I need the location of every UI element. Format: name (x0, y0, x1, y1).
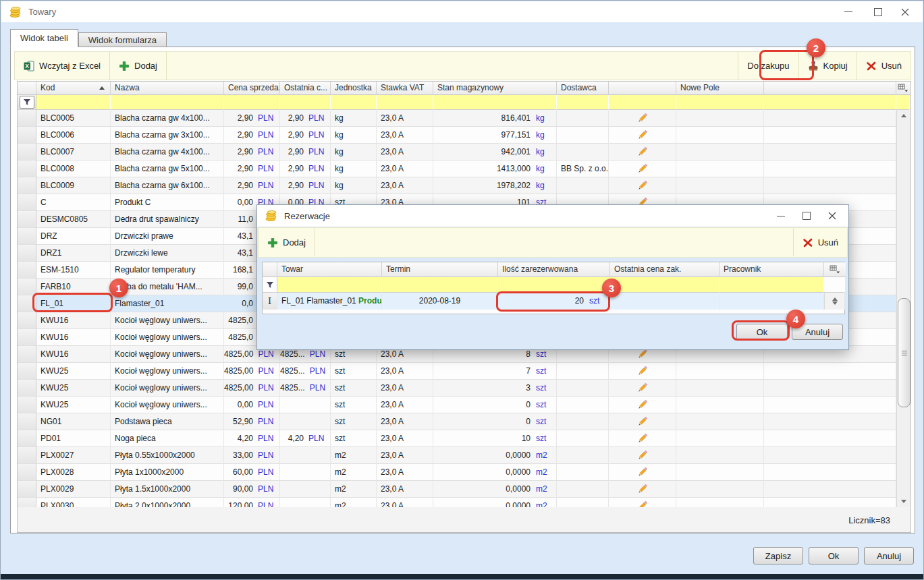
cancel-button[interactable]: Anuluj (864, 547, 914, 564)
dialog-filter-cell[interactable] (610, 277, 719, 293)
copy-button[interactable]: Kopiuj (799, 52, 857, 80)
dialog-mini-scrollbar[interactable] (824, 293, 845, 310)
add-button[interactable]: Dodaj (110, 52, 166, 80)
dialog-close-button[interactable] (819, 205, 846, 227)
dialog-add-button[interactable]: Dodaj (259, 229, 315, 256)
table-row[interactable]: KWU25Kocioł węglowy uniwers...0,00PLNszt… (18, 397, 911, 413)
delete-button[interactable]: Usuń (857, 52, 911, 80)
dialog-column-header-Towar[interactable]: Towar (277, 262, 382, 277)
table-row[interactable]: KWU25Kocioł węglowy uniwers...4825,00PLN… (18, 363, 911, 380)
tab-widok-tabeli[interactable]: Widok tabeli (10, 29, 78, 47)
table-row[interactable]: BLC0005Blacha czarna gw 4x100...2,90PLN2… (18, 110, 911, 127)
minimize-button[interactable] (834, 1, 863, 22)
dialog-filter-cell[interactable] (719, 277, 824, 293)
cell-stan-magazynowy: 1978,202kg (433, 177, 557, 194)
table-row[interactable]: BLC0009Blacha czarna gw 6x100...2,90PLN2… (18, 177, 911, 194)
table-row[interactable]: KWU25Kocioł węglowy uniwers...4825,00PLN… (18, 380, 911, 397)
column-header-Dostawca[interactable]: Dostawca (557, 82, 609, 95)
maximize-button[interactable] (863, 1, 893, 22)
dialog-filter-cell[interactable] (277, 277, 382, 293)
edit-pencil-button[interactable] (609, 110, 676, 127)
table-row[interactable]: PD01Noga pieca4,20PLN4,20PLNszt23,0 A10s… (18, 430, 911, 447)
filter-cell[interactable] (433, 95, 557, 110)
table-row[interactable]: PLX0028Płyta 1x1000x200060,00PLNm223,0 A… (18, 464, 911, 481)
filter-cell[interactable] (557, 95, 609, 110)
filter-cell[interactable] (676, 95, 764, 110)
edit-pencil-button[interactable] (609, 397, 676, 413)
price-value: 4,20 (224, 430, 253, 446)
edit-pencil-button[interactable] (609, 161, 676, 177)
cell-nowe-pole (676, 161, 764, 177)
table-row[interactable]: PLX0027Płyta 0.55x1000x200033,00PLNm223,… (18, 447, 911, 464)
filter-cell[interactable] (331, 95, 377, 110)
close-button[interactable] (890, 1, 920, 22)
dialog-column-header-Termin[interactable]: Termin (382, 262, 498, 277)
filter-cell[interactable] (764, 95, 896, 110)
save-button[interactable]: Zapisz (753, 547, 803, 564)
column-chooser-button[interactable] (896, 82, 910, 95)
column-header-Nowe Pole[interactable]: Nowe Pole (676, 82, 764, 95)
column-header-Nazwa[interactable]: Nazwa (111, 82, 224, 95)
column-header-Cena sprzedaży[interactable]: Cena sprzedaży (224, 82, 280, 95)
column-header-Kod[interactable]: Kod (36, 82, 111, 95)
dialog-minimize-button[interactable] (767, 205, 794, 227)
dialog-column-header-Pracownik[interactable]: Pracownik (719, 262, 824, 277)
table-row[interactable]: BLC0007Blacha czarna gw 4x100...2,90PLN2… (18, 144, 911, 161)
edit-pencil-button[interactable] (609, 464, 676, 481)
filter-cell[interactable] (377, 95, 433, 110)
edit-pencil-button[interactable] (609, 481, 676, 498)
column-header-Stan magazynowy[interactable]: Stan magazynowy (433, 82, 557, 95)
dialog-cancel-button[interactable]: Anuluj (792, 324, 843, 340)
table-row[interactable]: PLX0029Płyta 1.5x1000x200090,00PLNm223,0… (18, 481, 911, 498)
table-row[interactable]: BLC0006Blacha czarna gw 3x100...2,90PLN2… (18, 127, 911, 144)
filter-cell[interactable] (111, 95, 224, 110)
filter-cell[interactable] (224, 95, 280, 110)
load-excel-button[interactable]: X Wczytaj z Excel (15, 52, 109, 80)
edit-pencil-button[interactable] (609, 498, 676, 507)
ok-button[interactable]: Ok (809, 547, 859, 564)
filter-button[interactable] (20, 96, 34, 109)
dialog-filter-cell[interactable] (382, 277, 498, 293)
table-row[interactable]: PLX0030Płyta 2.0x1000x2000120,00PLNm223,… (18, 498, 911, 507)
scroll-down-button[interactable] (897, 496, 911, 507)
dialog-delete-button[interactable]: Usuń (794, 229, 847, 256)
dialog-ok-button[interactable]: Ok (736, 324, 788, 340)
edit-pencil-button[interactable] (609, 380, 676, 397)
dialog-filter-cell[interactable] (498, 277, 610, 293)
cell-dostawca (557, 144, 609, 161)
cell-stawka-vat: 23,0 A (377, 464, 433, 481)
dialog-column-chooser-button[interactable] (824, 262, 846, 277)
edit-pencil-button[interactable] (609, 127, 676, 144)
column-header-Jednostka[interactable]: Jednostka (331, 82, 377, 95)
filter-cell[interactable] (896, 95, 910, 110)
edit-pencil-button[interactable] (609, 144, 676, 161)
edit-pencil-button[interactable] (609, 177, 676, 194)
vertical-scrollbar[interactable] (896, 110, 911, 507)
column-header-empty[interactable] (764, 82, 896, 95)
dialog-column-header-Ostatnia cena zak.[interactable]: Ostatnia cena zak. (610, 262, 719, 277)
edit-pencil-button[interactable] (609, 413, 676, 430)
edit-pencil-button[interactable] (609, 447, 676, 464)
filter-cell[interactable] (280, 95, 331, 110)
currency-label: PLN (304, 430, 330, 446)
cell-stawka-vat: 23,0 A (377, 127, 433, 144)
dialog-column-header-Ilość zarezerwowana[interactable]: Ilość zarezerwowana (498, 262, 610, 277)
tab-widok-formularza[interactable]: Widok formularza (78, 32, 167, 47)
filter-cell[interactable] (36, 95, 111, 110)
column-header-empty[interactable] (609, 82, 676, 95)
table-row[interactable]: BLC0008Blacha czarna gw 5x100...2,90PLN2… (18, 161, 911, 177)
table-row[interactable]: NG01Podstawa pieca52,90PLNszt23,0 A0szt (18, 413, 911, 430)
edit-pencil-button[interactable] (609, 363, 676, 380)
dialog-maximize-button[interactable] (793, 205, 820, 227)
column-header-Ostatnia c...[interactable]: Ostatnia c... (280, 82, 331, 95)
scroll-up-button[interactable] (897, 110, 911, 121)
scroll-down-button[interactable] (825, 297, 844, 309)
toolbar-separator (315, 229, 315, 256)
column-header-Stawka VAT[interactable]: Stawka VAT (377, 82, 433, 95)
scrollbar-thumb[interactable] (898, 298, 911, 407)
to-purchase-button[interactable]: Do zakupu (738, 52, 798, 80)
edit-pencil-button[interactable] (609, 430, 676, 447)
dialog-data-row[interactable]: IFL_01 Flamaster_01 Produkty2020-08-1920… (263, 293, 844, 310)
filter-cell[interactable] (609, 95, 676, 110)
cell-nazwa: Płyta 2.0x1000x2000 (111, 498, 224, 507)
